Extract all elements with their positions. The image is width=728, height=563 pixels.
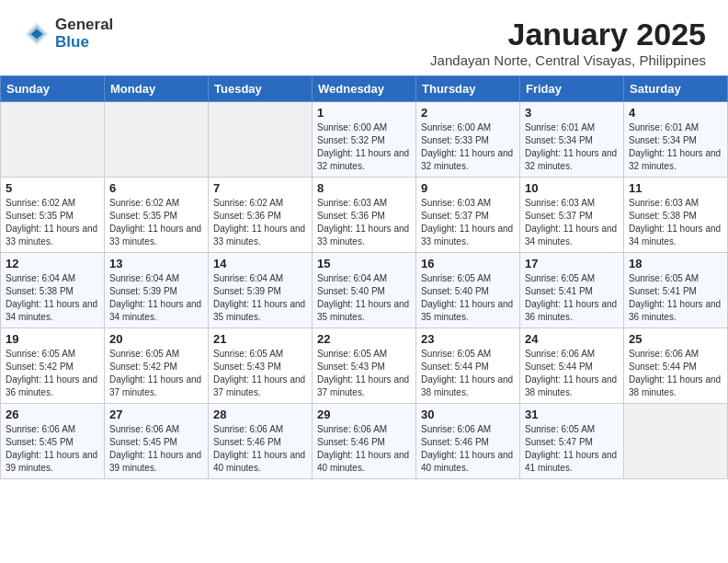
- day-number: 1: [317, 106, 411, 120]
- month-title: January 2025: [430, 17, 706, 52]
- day-info: Sunrise: 6:05 AM Sunset: 5:44 PM Dayligh…: [421, 348, 515, 399]
- day-number: 25: [629, 332, 722, 346]
- day-number: 11: [629, 181, 722, 195]
- day-number: 23: [421, 332, 515, 346]
- calendar-cell: 10Sunrise: 6:03 AM Sunset: 5:37 PM Dayli…: [520, 178, 624, 253]
- day-info: Sunrise: 6:06 AM Sunset: 5:44 PM Dayligh…: [525, 348, 619, 399]
- day-number: 28: [213, 408, 307, 421]
- day-info: Sunrise: 6:05 AM Sunset: 5:42 PM Dayligh…: [6, 348, 99, 399]
- calendar-cell: 16Sunrise: 6:05 AM Sunset: 5:40 PM Dayli…: [416, 253, 520, 328]
- weekday-header-row: SundayMondayTuesdayWednesdayThursdayFrid…: [1, 76, 728, 102]
- calendar-cell: 23Sunrise: 6:05 AM Sunset: 5:44 PM Dayli…: [416, 328, 520, 404]
- weekday-header-monday: Monday: [105, 76, 209, 102]
- day-info: Sunrise: 6:06 AM Sunset: 5:45 PM Dayligh…: [6, 423, 99, 475]
- calendar-cell: 11Sunrise: 6:03 AM Sunset: 5:38 PM Dayli…: [624, 178, 728, 253]
- calendar-week-row: 1Sunrise: 6:00 AM Sunset: 5:32 PM Daylig…: [1, 102, 728, 178]
- day-number: 24: [525, 332, 619, 346]
- day-info: Sunrise: 6:06 AM Sunset: 5:45 PM Dayligh…: [109, 423, 203, 475]
- calendar-cell: 26Sunrise: 6:06 AM Sunset: 5:45 PM Dayli…: [1, 404, 105, 479]
- day-number: 27: [109, 408, 203, 421]
- day-number: 19: [6, 332, 99, 346]
- day-number: 9: [421, 181, 515, 195]
- day-number: 15: [317, 257, 411, 270]
- calendar-table: SundayMondayTuesdayWednesdayThursdayFrid…: [0, 75, 728, 479]
- weekday-header-saturday: Saturday: [624, 76, 728, 102]
- calendar-cell: 18Sunrise: 6:05 AM Sunset: 5:41 PM Dayli…: [624, 253, 728, 328]
- calendar-cell: 13Sunrise: 6:04 AM Sunset: 5:39 PM Dayli…: [105, 253, 209, 328]
- day-info: Sunrise: 6:01 AM Sunset: 5:34 PM Dayligh…: [629, 121, 722, 173]
- day-number: 20: [109, 332, 203, 346]
- day-info: Sunrise: 6:04 AM Sunset: 5:38 PM Dayligh…: [6, 272, 99, 324]
- weekday-header-wednesday: Wednesday: [313, 76, 416, 102]
- logo-icon: [22, 19, 51, 49]
- calendar-cell: 14Sunrise: 6:04 AM Sunset: 5:39 PM Dayli…: [209, 253, 313, 328]
- calendar-cell: 3Sunrise: 6:01 AM Sunset: 5:34 PM Daylig…: [520, 102, 624, 178]
- weekday-header-friday: Friday: [520, 76, 624, 102]
- day-info: Sunrise: 6:05 AM Sunset: 5:40 PM Dayligh…: [421, 272, 515, 324]
- calendar-cell: 6Sunrise: 6:02 AM Sunset: 5:35 PM Daylig…: [105, 178, 209, 253]
- day-info: Sunrise: 6:04 AM Sunset: 5:40 PM Dayligh…: [317, 272, 411, 324]
- page-header: General Blue January 2025 Jandayan Norte…: [0, 0, 728, 75]
- day-number: 30: [421, 408, 515, 421]
- day-number: 6: [109, 181, 203, 195]
- day-number: 2: [421, 106, 515, 120]
- calendar-cell: 27Sunrise: 6:06 AM Sunset: 5:45 PM Dayli…: [105, 404, 209, 479]
- logo-blue-text: Blue: [55, 34, 113, 52]
- day-number: 21: [213, 332, 307, 346]
- calendar-cell: 30Sunrise: 6:06 AM Sunset: 5:46 PM Dayli…: [416, 404, 520, 479]
- day-number: 16: [421, 257, 515, 270]
- day-info: Sunrise: 6:06 AM Sunset: 5:44 PM Dayligh…: [629, 348, 722, 399]
- calendar-cell: 8Sunrise: 6:03 AM Sunset: 5:36 PM Daylig…: [313, 178, 416, 253]
- day-info: Sunrise: 6:03 AM Sunset: 5:37 PM Dayligh…: [525, 197, 619, 248]
- day-number: 17: [525, 257, 619, 270]
- day-info: Sunrise: 6:00 AM Sunset: 5:33 PM Dayligh…: [421, 121, 515, 173]
- day-number: 3: [525, 106, 619, 120]
- day-info: Sunrise: 6:03 AM Sunset: 5:36 PM Dayligh…: [317, 197, 411, 248]
- day-info: Sunrise: 6:05 AM Sunset: 5:43 PM Dayligh…: [213, 348, 307, 399]
- day-info: Sunrise: 6:03 AM Sunset: 5:37 PM Dayligh…: [421, 197, 515, 248]
- day-info: Sunrise: 6:00 AM Sunset: 5:32 PM Dayligh…: [317, 121, 411, 173]
- day-number: 14: [213, 257, 307, 270]
- day-number: 7: [213, 181, 307, 195]
- calendar-cell: 4Sunrise: 6:01 AM Sunset: 5:34 PM Daylig…: [624, 102, 728, 178]
- calendar-week-row: 12Sunrise: 6:04 AM Sunset: 5:38 PM Dayli…: [1, 253, 728, 328]
- logo: General Blue: [22, 17, 113, 51]
- calendar-cell: 15Sunrise: 6:04 AM Sunset: 5:40 PM Dayli…: [313, 253, 416, 328]
- day-number: 18: [629, 257, 722, 270]
- day-number: 29: [317, 408, 411, 421]
- day-info: Sunrise: 6:01 AM Sunset: 5:34 PM Dayligh…: [525, 121, 619, 173]
- calendar-cell: 28Sunrise: 6:06 AM Sunset: 5:46 PM Dayli…: [209, 404, 313, 479]
- calendar-cell: [624, 404, 728, 479]
- day-info: Sunrise: 6:04 AM Sunset: 5:39 PM Dayligh…: [213, 272, 307, 324]
- day-info: Sunrise: 6:05 AM Sunset: 5:41 PM Dayligh…: [629, 272, 722, 324]
- day-number: 31: [525, 408, 619, 421]
- title-block: January 2025 Jandayan Norte, Central Vis…: [430, 17, 706, 68]
- calendar-cell: 25Sunrise: 6:06 AM Sunset: 5:44 PM Dayli…: [624, 328, 728, 404]
- day-number: 12: [6, 257, 99, 270]
- calendar-cell: 29Sunrise: 6:06 AM Sunset: 5:46 PM Dayli…: [313, 404, 416, 479]
- day-info: Sunrise: 6:02 AM Sunset: 5:35 PM Dayligh…: [109, 197, 203, 248]
- day-info: Sunrise: 6:05 AM Sunset: 5:47 PM Dayligh…: [525, 423, 619, 475]
- logo-general-text: General: [55, 17, 113, 34]
- calendar-cell: [209, 102, 313, 178]
- weekday-header-sunday: Sunday: [1, 76, 105, 102]
- day-info: Sunrise: 6:06 AM Sunset: 5:46 PM Dayligh…: [421, 423, 515, 475]
- day-number: 8: [317, 181, 411, 195]
- day-info: Sunrise: 6:06 AM Sunset: 5:46 PM Dayligh…: [317, 423, 411, 475]
- day-number: 5: [6, 181, 99, 195]
- day-info: Sunrise: 6:05 AM Sunset: 5:42 PM Dayligh…: [109, 348, 203, 399]
- day-number: 4: [629, 106, 722, 120]
- day-number: 26: [6, 408, 99, 421]
- location-title: Jandayan Norte, Central Visayas, Philipp…: [430, 52, 706, 68]
- calendar-cell: 9Sunrise: 6:03 AM Sunset: 5:37 PM Daylig…: [416, 178, 520, 253]
- day-number: 22: [317, 332, 411, 346]
- calendar-week-row: 19Sunrise: 6:05 AM Sunset: 5:42 PM Dayli…: [1, 328, 728, 404]
- calendar-cell: 24Sunrise: 6:06 AM Sunset: 5:44 PM Dayli…: [520, 328, 624, 404]
- calendar-cell: [105, 102, 209, 178]
- calendar-cell: 20Sunrise: 6:05 AM Sunset: 5:42 PM Dayli…: [105, 328, 209, 404]
- weekday-header-tuesday: Tuesday: [209, 76, 313, 102]
- calendar-cell: 1Sunrise: 6:00 AM Sunset: 5:32 PM Daylig…: [313, 102, 416, 178]
- calendar-cell: 17Sunrise: 6:05 AM Sunset: 5:41 PM Dayli…: [520, 253, 624, 328]
- day-info: Sunrise: 6:06 AM Sunset: 5:46 PM Dayligh…: [213, 423, 307, 475]
- day-info: Sunrise: 6:02 AM Sunset: 5:36 PM Dayligh…: [213, 197, 307, 248]
